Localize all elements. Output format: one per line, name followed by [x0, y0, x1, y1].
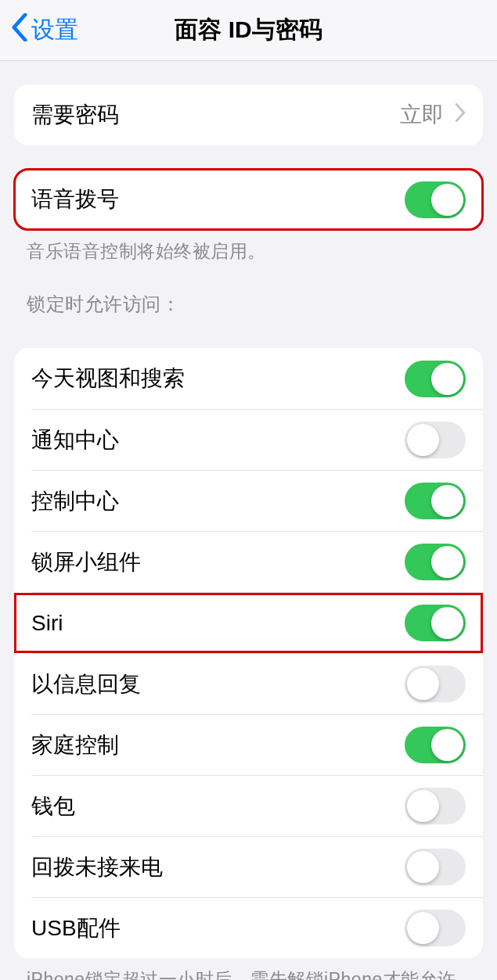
- allow-access-group: 今天视图和搜索通知中心控制中心锁屏小组件Siri以信息回复家庭控制钱包回拨未接来…: [14, 348, 483, 958]
- require-passcode-group: 需要密码 立即: [14, 84, 483, 145]
- voice-dial-toggle[interactable]: [405, 181, 466, 218]
- allow-access-row-today: 今天视图和搜索: [14, 348, 483, 409]
- require-passcode-value: 立即: [400, 100, 444, 130]
- allow-access-row-callback: 回拨未接来电: [31, 836, 483, 897]
- allow-access-label-wallet: 钱包: [31, 792, 75, 821]
- allow-access-label-widgets: 锁屏小组件: [31, 547, 141, 577]
- require-passcode-value-wrap: 立即: [400, 100, 466, 130]
- allow-access-toggle-home[interactable]: [405, 727, 466, 763]
- allow-access-toggle-control[interactable]: [405, 483, 466, 519]
- voice-dial-group: 语音拨号: [14, 169, 483, 230]
- allow-access-toggle-today[interactable]: [405, 361, 466, 397]
- require-passcode-label: 需要密码: [31, 100, 119, 130]
- allow-access-row-usb: USB配件: [31, 897, 483, 958]
- allow-access-label-usb: USB配件: [31, 914, 121, 943]
- allow-access-row-siri: Siri: [31, 592, 483, 653]
- allow-access-row-wallet: 钱包: [31, 775, 483, 836]
- allow-access-label-control: 控制中心: [31, 486, 119, 516]
- allow-access-toggle-siri[interactable]: [405, 605, 466, 641]
- voice-dial-label: 语音拨号: [31, 185, 119, 214]
- allow-access-header: 锁定时允许访问：: [0, 264, 497, 325]
- voice-dial-footer: 音乐语音控制将始终被启用。: [0, 230, 497, 264]
- allow-access-toggle-notifications[interactable]: [405, 422, 466, 458]
- allow-access-toggle-widgets[interactable]: [405, 544, 466, 580]
- allow-access-toggle-callback[interactable]: [405, 849, 466, 885]
- allow-access-row-widgets: 锁屏小组件: [31, 531, 483, 592]
- allow-access-label-reply: 以信息回复: [31, 669, 141, 699]
- content: 需要密码 立即 语音拨号 音乐语音控制将始终被启用。 锁定时允许访问： 今天视图…: [0, 84, 497, 980]
- allow-access-row-control: 控制中心: [31, 470, 483, 531]
- navbar: 设置 面容 ID与密码: [0, 0, 497, 61]
- allow-access-label-siri: Siri: [31, 611, 63, 636]
- require-passcode-row[interactable]: 需要密码 立即: [14, 84, 483, 145]
- allow-access-label-callback: 回拨未接来电: [31, 853, 163, 882]
- allow-access-toggle-wallet[interactable]: [405, 788, 466, 824]
- allow-access-label-home: 家庭控制: [31, 731, 119, 760]
- chevron-left-icon: [11, 13, 28, 47]
- allow-access-footer: iPhone锁定超过一小时后，需先解锁iPhone才能允许USB配件连接。: [0, 958, 497, 980]
- allow-access-row-reply: 以信息回复: [31, 653, 483, 714]
- back-label: 设置: [31, 14, 78, 46]
- allow-access-row-home: 家庭控制: [31, 714, 483, 775]
- voice-dial-row: 语音拨号: [14, 169, 483, 230]
- allow-access-toggle-reply[interactable]: [405, 666, 466, 702]
- chevron-right-icon: [455, 102, 466, 127]
- allow-access-toggle-usb[interactable]: [405, 910, 466, 946]
- allow-access-label-notifications: 通知中心: [31, 425, 119, 455]
- allow-access-row-notifications: 通知中心: [31, 409, 483, 470]
- allow-access-label-today: 今天视图和搜索: [31, 364, 185, 393]
- back-button[interactable]: 设置: [8, 13, 78, 47]
